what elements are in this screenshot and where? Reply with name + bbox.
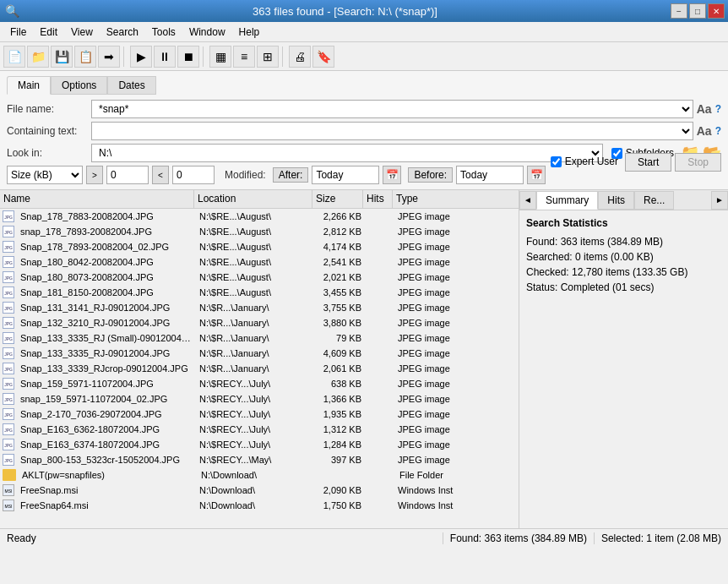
new-button[interactable]: 📄: [3, 46, 25, 68]
file-hits: [365, 307, 394, 308]
menu-view[interactable]: View: [64, 25, 100, 40]
file-size: 3,755 KB: [314, 302, 365, 314]
after-label: After:: [273, 167, 309, 183]
col-header-name[interactable]: Name: [0, 190, 194, 208]
status-bar: Ready Found: 363 items (384.89 MB) Selec…: [0, 528, 728, 547]
containing-text-select[interactable]: [91, 122, 693, 140]
col-header-type[interactable]: Type: [393, 190, 519, 208]
forward-button[interactable]: ➡: [98, 46, 120, 68]
size-select[interactable]: Size (kB): [7, 166, 83, 184]
stop-button[interactable]: ⏹: [177, 46, 199, 68]
menu-edit[interactable]: Edit: [33, 25, 64, 40]
file-type: JPEG image: [394, 332, 519, 344]
stop-button[interactable]: Stop: [675, 153, 721, 172]
copy-button[interactable]: 📋: [74, 46, 96, 68]
stats-line: Status: Completed (01 secs): [526, 281, 721, 293]
file-location: N:\$R...\January\: [196, 302, 314, 314]
table-row[interactable]: JPG Snap_132_3210_RJ-09012004.JPG N:\$R.…: [0, 315, 519, 330]
file-location: N:\$R...\January\: [196, 317, 314, 329]
file-type: JPEG image: [394, 226, 519, 237]
menu-help[interactable]: Help: [232, 25, 267, 40]
tab-forward-arrow[interactable]: ►: [711, 191, 728, 210]
table-row[interactable]: JPG snap_178_7893-20082004.JPG N:\$RE...…: [0, 224, 519, 239]
bookmark-button[interactable]: 🔖: [312, 46, 334, 68]
menu-search[interactable]: Search: [100, 25, 145, 40]
file-name: Snap_E163_6374-18072004.JPG: [17, 439, 196, 450]
size-from-input[interactable]: [106, 166, 149, 184]
view3-button[interactable]: ⊞: [257, 46, 279, 68]
table-row[interactable]: JPG Snap_133_3339_RJcrop-09012004.JPG N:…: [0, 361, 519, 376]
tab-re[interactable]: Re...: [634, 191, 674, 210]
table-row[interactable]: JPG Snap_133_3335_RJ-09012004.JPG N:\$R.…: [0, 346, 519, 361]
table-row[interactable]: JPG Snap_180_8073-20082004.JPG N:\$RE...…: [0, 270, 519, 285]
after-date-input[interactable]: [312, 166, 379, 184]
expert-user-checkbox[interactable]: [551, 156, 562, 167]
start-button[interactable]: Start: [625, 153, 671, 172]
menu-file[interactable]: File: [3, 25, 33, 40]
file-name: Snap_159_5971-11072004.JPG: [17, 378, 196, 390]
before-calendar-button[interactable]: 📅: [527, 166, 546, 184]
before-date-input[interactable]: [456, 166, 524, 184]
table-row[interactable]: JPG Snap_2-170_7036-29072004.JPG N:\$REC…: [0, 407, 519, 422]
menu-tools[interactable]: Tools: [145, 25, 182, 40]
file-location: N:\$RE...\August\: [196, 210, 314, 222]
help-icon-2[interactable]: ?: [715, 125, 721, 137]
open-button[interactable]: 📁: [27, 46, 49, 68]
font-aa-icon[interactable]: Aa: [697, 102, 712, 116]
col-header-hits[interactable]: Hits: [363, 190, 393, 208]
close-button[interactable]: ✕: [708, 3, 725, 19]
file-location: N:\$R...\January\: [196, 332, 314, 344]
tab-hits[interactable]: Hits: [598, 191, 634, 210]
table-row[interactable]: JPG Snap_178_7893-20082004_02.JPG N:\$RE…: [0, 239, 519, 254]
view1-button[interactable]: ▦: [209, 46, 231, 68]
file-name-select[interactable]: *snap*: [91, 100, 693, 118]
tab-main[interactable]: Main: [7, 76, 51, 95]
col-header-location[interactable]: Location: [194, 190, 312, 208]
look-in-select[interactable]: N:\: [91, 144, 603, 162]
gt-arrow-button[interactable]: >: [86, 166, 103, 184]
table-row[interactable]: JPG Snap_159_5971-11072004.JPG N:\$RECY.…: [0, 376, 519, 391]
table-row[interactable]: JPG Snap_800-153_5323cr-15052004.JPG N:\…: [0, 452, 519, 467]
save-button[interactable]: 💾: [51, 46, 73, 68]
tab-dates[interactable]: Dates: [107, 76, 155, 95]
pause-button[interactable]: ⏸: [154, 46, 176, 68]
menu-bar: File Edit View Search Tools Window Help: [0, 22, 728, 42]
separator-3: [282, 46, 285, 67]
table-row[interactable]: JPG Snap_E163_6374-18072004.JPG N:\$RECY…: [0, 437, 519, 452]
file-list-body[interactable]: JPG Snap_178_7883-20082004.JPG N:\$RE...…: [0, 209, 519, 528]
table-row[interactable]: JPG Snap_131_3141_RJ-09012004.JPG N:\$R.…: [0, 300, 519, 315]
table-row[interactable]: JPG snap_159_5971-11072004_02.JPG N:\$RE…: [0, 391, 519, 407]
maximize-button[interactable]: □: [689, 3, 706, 19]
view2-button[interactable]: ≡: [233, 46, 255, 68]
font-aa-icon-2[interactable]: Aa: [697, 124, 712, 138]
status-selected: Selected: 1 item (2.08 MB): [601, 532, 721, 544]
file-name: AKLT(pw=snapfiles): [19, 469, 198, 481]
file-name: Snap_131_3141_RJ-09012004.JPG: [17, 302, 196, 314]
file-type: JPEG image: [394, 210, 519, 222]
play-button[interactable]: ▶: [130, 46, 152, 68]
table-row[interactable]: AKLT(pw=snapfiles) N:\Download\ File Fol…: [0, 467, 519, 483]
file-hits: [367, 474, 396, 476]
size-to-input[interactable]: [172, 166, 215, 184]
file-name: FreeSnap64.msi: [17, 499, 196, 511]
file-hits: [365, 231, 394, 232]
tab-options[interactable]: Options: [51, 76, 107, 95]
file-hits: [365, 292, 394, 293]
after-calendar-button[interactable]: 📅: [383, 166, 401, 184]
minimize-button[interactable]: −: [671, 3, 687, 19]
print-button[interactable]: 🖨: [289, 46, 311, 68]
menu-window[interactable]: Window: [182, 25, 232, 40]
table-row[interactable]: JPG Snap_180_8042-20082004.JPG N:\$RE...…: [0, 254, 519, 270]
table-row[interactable]: MSI FreeSnap.msi N:\Download\ 2,090 KB W…: [0, 483, 519, 498]
table-row[interactable]: JPG Snap_E163_6362-18072004.JPG N:\$RECY…: [0, 422, 519, 437]
table-row[interactable]: MSI FreeSnap64.msi N:\Download\ 1,750 KB…: [0, 498, 519, 513]
lt-arrow-button[interactable]: <: [152, 166, 169, 184]
jpeg-icon: JPG: [3, 408, 14, 420]
col-header-size[interactable]: Size: [312, 190, 363, 208]
tab-summary[interactable]: Summary: [536, 191, 598, 210]
table-row[interactable]: JPG Snap_181_8150-20082004.JPG N:\$RE...…: [0, 285, 519, 300]
help-icon[interactable]: ?: [715, 103, 721, 115]
table-row[interactable]: JPG Snap_133_3335_RJ (Small)-09012004.JP…: [0, 330, 519, 346]
table-row[interactable]: JPG Snap_178_7883-20082004.JPG N:\$RE...…: [0, 209, 519, 224]
tab-back-arrow[interactable]: ◄: [519, 191, 536, 210]
